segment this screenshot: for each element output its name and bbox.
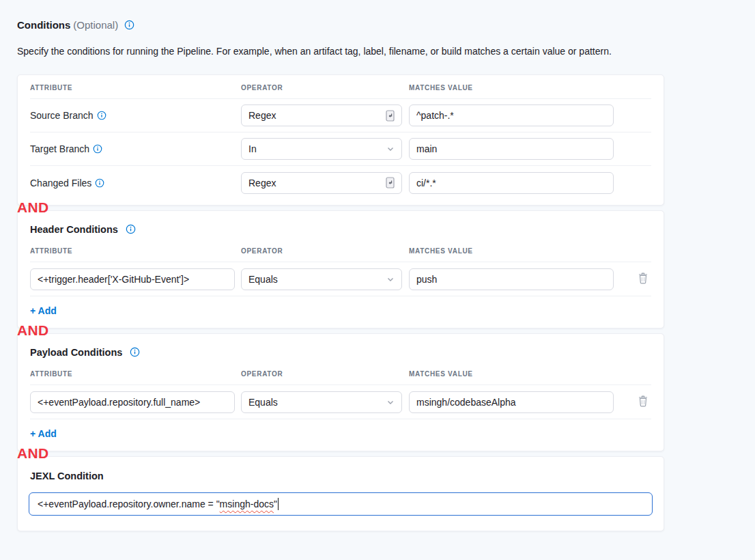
fixed-input-type-icon[interactable] <box>386 110 395 122</box>
header-conditions-card: Header Conditions ATTRIBUTE OPERATOR MAT… <box>17 210 664 328</box>
target-branch-value-input[interactable] <box>409 138 614 160</box>
header-add-row: + Add <box>30 296 651 328</box>
jexl-value-prefix: <+eventPayload.repository.owner.name = " <box>38 499 220 509</box>
matches-value-cell <box>409 138 614 160</box>
changed-files-label-cell: Changed Files <box>30 178 241 188</box>
payload-attribute-input[interactable] <box>30 391 235 413</box>
chevron-down-icon <box>386 275 395 283</box>
jexl-condition-card: JEXL Condition <+eventPayload.repository… <box>17 456 664 531</box>
conditions-info-icon[interactable] <box>124 20 134 30</box>
matches-value-cell <box>409 391 614 413</box>
jexl-value-suffix: " <box>274 499 277 509</box>
payload-conditions-card: Payload Conditions ATTRIBUTE OPERATOR MA… <box>17 333 664 451</box>
header-value-input[interactable] <box>409 268 614 290</box>
changed-files-info-icon[interactable] <box>95 178 104 188</box>
source-branch-info-icon[interactable] <box>97 111 106 120</box>
attribute-column-header: ATTRIBUTE <box>30 84 241 92</box>
trash-icon <box>638 272 649 286</box>
matches-value-cell <box>409 104 614 126</box>
and-separator-label: AND <box>17 445 65 462</box>
changed-files-value-input[interactable] <box>409 172 614 194</box>
header-operator-select[interactable]: Equals <box>241 268 402 290</box>
page-title-row: Conditions (Optional) <box>17 19 755 31</box>
target-branch-label-cell: Target Branch <box>30 143 241 154</box>
header-conditions-title: Header Conditions <box>30 211 651 244</box>
trash-icon <box>638 395 649 409</box>
text-caret <box>278 498 279 510</box>
jexl-condition-title: JEXL Condition <box>30 457 651 492</box>
chevron-down-icon <box>386 398 395 406</box>
section-title-text: Payload Conditions <box>30 347 122 358</box>
operator-cell: Regex <box>241 104 402 126</box>
header-attribute-input[interactable] <box>30 268 235 290</box>
matches-value-column-header: MATCHES VALUE <box>409 84 614 92</box>
source-branch-operator-select[interactable]: Regex <box>241 104 402 126</box>
operator-selected-value: Regex <box>248 178 386 188</box>
operator-column-header: OPERATOR <box>241 370 402 378</box>
operator-selected-value: In <box>248 143 386 154</box>
and-separator-label: AND <box>17 322 65 339</box>
attribute-label: Target Branch <box>30 143 89 154</box>
target-branch-operator-select[interactable]: In <box>241 138 402 160</box>
operator-cell: Regex <box>241 172 402 194</box>
payload-add-row: + Add <box>30 419 651 451</box>
page-title: Conditions <box>17 19 70 31</box>
header-conditions-header-row: ATTRIBUTE OPERATOR MATCHES VALUE <box>30 244 651 262</box>
delete-row-button[interactable] <box>635 269 651 289</box>
add-header-condition-button[interactable]: + Add <box>30 305 57 316</box>
page-title-optional: (Optional) <box>73 19 118 31</box>
jexl-condition-input[interactable]: <+eventPayload.repository.owner.name = "… <box>29 492 653 516</box>
table-row: Source Branch Regex <box>30 99 651 132</box>
branch-conditions-header-row: ATTRIBUTE OPERATOR MATCHES VALUE <box>30 75 651 99</box>
changed-files-operator-select[interactable]: Regex <box>241 172 402 194</box>
attribute-label: Source Branch <box>30 110 94 121</box>
operator-selected-value: Equals <box>248 397 386 408</box>
table-row: Changed Files Regex <box>30 166 651 199</box>
payload-operator-select[interactable]: Equals <box>241 391 402 413</box>
attribute-label: Changed Files <box>30 178 91 188</box>
operator-cell: Equals <box>241 268 402 290</box>
operator-cell: In <box>241 138 402 160</box>
table-row: Equals <box>30 385 651 419</box>
matches-value-cell <box>409 172 614 194</box>
branch-conditions-card: ATTRIBUTE OPERATOR MATCHES VALUE Source … <box>17 74 664 206</box>
page-description: Specify the conditions for running the P… <box>17 46 659 57</box>
operator-selected-value: Regex <box>248 110 386 121</box>
fixed-input-type-icon[interactable] <box>386 177 395 188</box>
table-row: Equals <box>30 262 651 296</box>
attribute-column-header: ATTRIBUTE <box>30 370 241 378</box>
matches-value-column-header: MATCHES VALUE <box>409 247 614 255</box>
operator-selected-value: Equals <box>248 274 386 285</box>
target-branch-info-icon[interactable] <box>93 144 102 154</box>
attribute-cell <box>30 391 241 413</box>
add-payload-condition-button[interactable]: + Add <box>30 428 57 439</box>
operator-column-header: OPERATOR <box>241 84 402 92</box>
payload-conditions-header-row: ATTRIBUTE OPERATOR MATCHES VALUE <box>30 367 651 385</box>
table-row: Target Branch In <box>30 132 651 166</box>
jexl-value-misspelled: msingh-docs <box>220 499 274 509</box>
source-branch-value-input[interactable] <box>409 104 614 126</box>
operator-cell: Equals <box>241 391 402 413</box>
payload-conditions-info-icon[interactable] <box>130 347 140 357</box>
delete-row-button[interactable] <box>635 392 651 412</box>
header-conditions-info-icon[interactable] <box>126 224 136 234</box>
matches-value-cell <box>409 268 614 290</box>
payload-conditions-title: Payload Conditions <box>30 334 651 367</box>
section-title-text: Header Conditions <box>30 224 118 235</box>
and-separator-label: AND <box>17 199 65 216</box>
payload-value-input[interactable] <box>409 391 614 413</box>
attribute-column-header: ATTRIBUTE <box>30 247 241 255</box>
source-branch-label-cell: Source Branch <box>30 110 241 121</box>
matches-value-column-header: MATCHES VALUE <box>409 370 614 378</box>
trigger-conditions-panel: Conditions (Optional) Specify the condit… <box>0 0 755 560</box>
attribute-cell <box>30 268 241 290</box>
chevron-down-icon <box>386 145 395 153</box>
operator-column-header: OPERATOR <box>241 247 402 255</box>
